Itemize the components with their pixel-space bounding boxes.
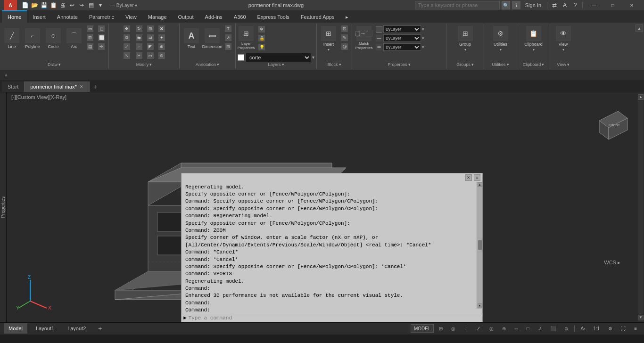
lineweight-btn[interactable]: ═ (511, 324, 521, 333)
sign-in-button[interactable]: Sign In (522, 2, 544, 8)
add-layout-button[interactable]: + (94, 323, 106, 334)
tab-annotate[interactable]: Annotate (51, 10, 83, 23)
acad-logo[interactable]: A (4, 0, 17, 10)
insert-button[interactable]: ⊞ Insert ▾ (319, 24, 339, 53)
layout2-tab[interactable]: Layout2 (63, 323, 91, 334)
layer-freeze-button[interactable]: ❄ (256, 25, 267, 33)
minimize-button[interactable]: — (586, 0, 603, 10)
navcube-svg[interactable]: FRONT (592, 106, 630, 144)
line-button[interactable]: ╱ Line (2, 24, 22, 53)
leader-button[interactable]: ↗ (223, 33, 233, 42)
rect-button[interactable]: ▭ (85, 24, 95, 33)
tab-featured[interactable]: Featured Apps (295, 10, 340, 23)
create-block-button[interactable]: ⊡ (339, 24, 350, 33)
trim-button[interactable]: ✂ (134, 51, 144, 60)
utilities-dropdown[interactable]: ▾ (500, 48, 502, 52)
start-tab[interactable]: Start (2, 82, 24, 92)
search-icon[interactable]: 🔍 (502, 1, 510, 9)
hatch-button[interactable]: ⊞ (85, 33, 95, 42)
layer-dropdown-arrow[interactable]: ▾ (312, 55, 314, 60)
scrollbar-up-button[interactable]: ▲ (638, 94, 644, 100)
arc-button[interactable]: ⌒ Arc (64, 24, 84, 53)
search-input[interactable] (415, 1, 500, 9)
extend-button[interactable]: ↦ (145, 51, 156, 60)
command-window-close-button[interactable]: ✕ (465, 174, 472, 181)
scrollbar-down-button[interactable]: ▼ (638, 315, 644, 320)
cmd-window-scrollbar[interactable]: ▲ ▼ (477, 182, 482, 309)
workspace-button[interactable]: ⚙ (605, 324, 616, 333)
annotation-scale-button[interactable]: A₁ (578, 324, 589, 333)
command-input[interactable] (187, 315, 480, 321)
define-attrib-button[interactable]: @ (339, 42, 350, 51)
close-button[interactable]: ✕ (623, 0, 640, 10)
rotate-button[interactable]: ↻ (134, 24, 144, 33)
linetype-select[interactable]: ByLayer (383, 34, 421, 42)
clipboard-label[interactable]: Clipboard▾ (519, 62, 548, 68)
customization-button[interactable]: ≡ (631, 324, 640, 333)
utilities-label[interactable]: Utilities▾ (486, 62, 515, 68)
annotation-label[interactable]: Annotation▾ (182, 62, 233, 68)
add-tab-button[interactable]: + (90, 82, 101, 92)
lineweight-dropdown-arrow[interactable]: ▾ (422, 45, 424, 49)
sel-cycling-button[interactable]: ⊚ (561, 324, 571, 333)
mirror-button[interactable]: ⇆ (134, 33, 144, 42)
annotation-scale-value[interactable]: 1:1 (590, 324, 603, 333)
chamfer-button[interactable]: ◤ (145, 42, 156, 51)
group-dropdown[interactable]: ▾ (464, 48, 466, 52)
snap-button[interactable]: ◎ (448, 324, 459, 333)
copy-button[interactable]: ⧉ (122, 33, 133, 42)
explode-button[interactable]: ✦ (157, 33, 167, 42)
offset-button[interactable]: ⇉ (145, 33, 156, 42)
tab-home[interactable]: Home (2, 10, 27, 23)
exchange-button[interactable]: ⇄ (550, 1, 559, 9)
layer-select[interactable]: corte (245, 53, 311, 62)
layer-lock-button[interactable]: 🔒 (256, 34, 267, 42)
workspace-switcher[interactable]: ▤ (87, 1, 95, 9)
redo-button[interactable]: ↪ (77, 1, 86, 9)
info-button[interactable]: ℹ (512, 1, 520, 9)
command-window-shrink-button[interactable]: ≡ (474, 174, 480, 181)
save-button[interactable]: 💾 (40, 1, 48, 9)
navcube[interactable]: FRONT (592, 106, 630, 144)
tab-parametric[interactable]: Parametric (83, 10, 120, 23)
save-as-button[interactable]: 📋 (49, 1, 58, 9)
gradient-button[interactable]: ▤ (85, 42, 95, 51)
full-screen-button[interactable]: ⛶ (618, 324, 629, 333)
tab-insert[interactable]: Insert (27, 10, 51, 23)
utilities-button[interactable]: ⚙ Utilities ▾ (491, 24, 510, 53)
osnap-button[interactable]: ◎ (486, 324, 497, 333)
dyn-button[interactable]: ↗ (535, 324, 545, 333)
undo-button[interactable]: ↩ (68, 1, 76, 9)
color-select[interactable]: ByLayer (383, 25, 421, 33)
tab-more[interactable]: ▸ (340, 10, 354, 23)
text-button[interactable]: A Text (182, 24, 201, 53)
qprops-button[interactable]: ⬛ (547, 324, 559, 333)
scale-button[interactable]: ⤡ (122, 51, 133, 60)
tab-a360[interactable]: A360 (228, 10, 252, 23)
table-button[interactable]: ⊞ (223, 42, 233, 51)
stretch-button[interactable]: ⤢ (122, 42, 133, 51)
help-button[interactable]: ? (571, 1, 579, 9)
cmd-scroll-thumb[interactable] (478, 240, 482, 250)
lineweight-select[interactable]: ByLayer (383, 43, 421, 51)
group-button[interactable]: ⊞ Group ▾ (456, 24, 475, 53)
tab-manage[interactable]: Manage (142, 10, 173, 23)
dimension-button[interactable]: ⟺ Dimension (202, 24, 222, 53)
new-button[interactable]: 📄 (21, 1, 29, 9)
fillet-button[interactable]: ⌐ (134, 42, 144, 51)
otrack-button[interactable]: ⊕ (499, 324, 509, 333)
layout1-tab[interactable]: Layout1 (31, 323, 59, 334)
qa-dropdown[interactable]: ▾ (96, 1, 105, 9)
wipeout-button[interactable]: ⬜ (96, 33, 107, 42)
model-indicator[interactable]: MODEL (411, 324, 434, 333)
erase-button[interactable]: ✖ (157, 24, 167, 33)
layer-on-button[interactable]: 💡 (256, 43, 267, 51)
cmd-scroll-down-button[interactable]: ▼ (478, 303, 482, 308)
edit-block-button[interactable]: ✎ (339, 33, 350, 42)
draw-label[interactable]: Draw▾ (2, 62, 107, 68)
tab-express[interactable]: Express Tools (252, 10, 295, 23)
active-doc-tab[interactable]: pormenor final max* ✕ (24, 82, 89, 92)
maximize-button[interactable]: □ (604, 0, 621, 10)
groups-label[interactable]: Groups▾ (448, 62, 482, 68)
clipboard-dropdown[interactable]: ▾ (533, 48, 535, 52)
